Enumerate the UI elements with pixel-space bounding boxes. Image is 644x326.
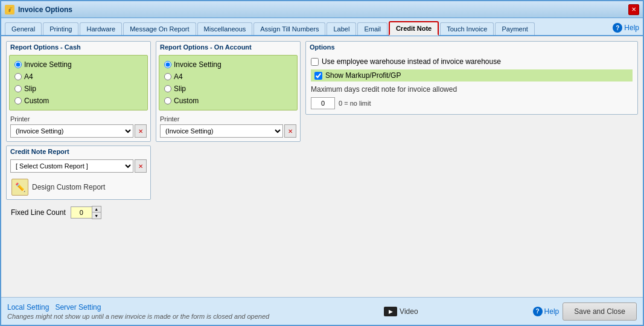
help-circle-icon-bottom: ?	[533, 307, 543, 316]
zero-note: 0 = no limit	[339, 100, 371, 107]
show-markup-label: Show Markup/Profit/GP	[325, 71, 401, 80]
report-cash-title: Report Options - Cash	[7, 42, 150, 53]
tab-touch-invoice[interactable]: Touch Invoice	[440, 22, 494, 35]
title-bar-left: 💰 Invoice Options	[5, 5, 72, 14]
tab-hardware[interactable]: Hardware	[80, 22, 122, 35]
cash-a4[interactable]: A4	[14, 72, 142, 81]
design-icon: ✏️	[11, 179, 28, 196]
oa-custom-label: Custom	[174, 97, 199, 105]
tab-credit-note[interactable]: Credit Note	[389, 21, 439, 36]
close-button[interactable]: ✕	[628, 4, 639, 15]
bottom-right: ? Help Save and Close	[533, 302, 637, 321]
fixed-line-input[interactable]	[71, 206, 92, 219]
use-employee-warehouse-label: Use employee warehouse instead of invoic…	[322, 57, 501, 66]
bottom-left: Local Setting Server Setting Changes mig…	[7, 303, 269, 320]
max-days-input[interactable]	[311, 97, 335, 109]
oa-printer-select[interactable]: (Invoice Setting)	[160, 124, 283, 138]
options-title: Options	[306, 42, 637, 53]
report-oa-options: Invoice Setting A4 Slip Custom	[159, 55, 298, 110]
select-report-row: [ Select Custom Report ] ✕	[7, 157, 150, 175]
main-content: Report Options - Cash Invoice Setting A4	[1, 36, 643, 297]
video-label: Video	[400, 307, 418, 316]
tab-message-on-report[interactable]: Message On Report	[123, 22, 196, 35]
oa-custom[interactable]: Custom	[164, 97, 292, 105]
report-oa-title: Report Options - On Account	[156, 42, 300, 53]
spinner-up-button[interactable]: ▲	[92, 206, 101, 213]
bottom-links: Local Setting Server Setting	[7, 303, 269, 312]
design-custom-report-button[interactable]: ✏️ Design Custom Report	[7, 175, 110, 199]
cash-printer-row: (Invoice Setting) ✕	[10, 124, 147, 138]
oa-printer-label: Printer	[160, 115, 296, 123]
tab-bar: General Printing Hardware Message On Rep…	[1, 18, 643, 36]
cash-printer-section: Printer (Invoice Setting) ✕	[7, 113, 150, 141]
fixed-line-section: Fixed Line Count ▲ ▼	[6, 203, 638, 222]
oa-printer-row: (Invoice Setting) ✕	[160, 124, 296, 138]
tab-assign-till-numbers[interactable]: Assign Till Numbers	[253, 22, 325, 35]
bottom-bar: Local Setting Server Setting Changes mig…	[1, 297, 643, 325]
max-days-input-row: 0 = no limit	[311, 97, 633, 109]
cash-slip-label: Slip	[24, 85, 36, 93]
server-setting-link[interactable]: Server Setting	[55, 303, 101, 312]
tab-email[interactable]: Email	[357, 22, 387, 35]
help-circle-icon: ?	[613, 23, 622, 33]
video-icon: ▶	[384, 307, 397, 316]
oa-invoice-setting[interactable]: Invoice Setting	[164, 60, 292, 69]
window-title: Invoice Options	[18, 5, 72, 14]
oa-slip-label: Slip	[174, 85, 186, 93]
cash-printer-select[interactable]: (Invoice Setting)	[10, 124, 133, 138]
cash-custom-label: Custom	[24, 97, 49, 105]
tab-label[interactable]: Label	[327, 22, 356, 35]
help-label-bottom: Help	[544, 307, 560, 316]
cash-custom[interactable]: Custom	[14, 97, 142, 105]
fixed-line-label: Fixed Line Count	[11, 208, 66, 217]
oa-radio-group: Invoice Setting A4 Slip Custom	[164, 60, 292, 105]
cash-invoice-setting[interactable]: Invoice Setting	[14, 60, 142, 69]
report-on-account-panel: Report Options - On Account Invoice Sett…	[156, 41, 301, 142]
fixed-line-spinner: ▲ ▼	[71, 206, 101, 219]
video-button[interactable]: ▶ Video	[384, 307, 418, 316]
show-markup-checkbox[interactable]	[314, 72, 322, 80]
oa-printer-section: Printer (Invoice Setting) ✕	[156, 113, 300, 141]
help-link-bottom[interactable]: ? Help	[533, 307, 560, 316]
top-row: Report Options - Cash Invoice Setting A4	[6, 41, 638, 142]
oa-a4[interactable]: A4	[164, 72, 292, 81]
select-report-clear[interactable]: ✕	[135, 159, 147, 173]
cash-a4-label: A4	[24, 72, 33, 81]
max-days-section: Maximum days credit note for invoice all…	[311, 85, 633, 94]
oa-a4-label: A4	[174, 72, 183, 81]
use-employee-warehouse-item: Use employee warehouse instead of invoic…	[311, 57, 633, 66]
cash-radio-group: Invoice Setting A4 Slip Custom	[14, 60, 142, 105]
cash-printer-clear[interactable]: ✕	[135, 124, 147, 138]
report-cash-options: Invoice Setting A4 Slip Custom	[9, 55, 148, 110]
bottom-notice: Changes might not show up until a new in…	[7, 313, 269, 320]
spinner-buttons: ▲ ▼	[92, 206, 101, 219]
report-cash-panel: Report Options - Cash Invoice Setting A4	[6, 41, 151, 142]
select-custom-report-dropdown[interactable]: [ Select Custom Report ]	[10, 159, 133, 173]
oa-invoice-setting-label: Invoice Setting	[174, 60, 222, 69]
tab-general[interactable]: General	[5, 22, 42, 35]
second-row: Credit Note Report [ Select Custom Repor…	[6, 145, 638, 200]
local-setting-link[interactable]: Local Setting	[7, 303, 49, 312]
tab-printing[interactable]: Printing	[43, 22, 78, 35]
tab-miscellaneous[interactable]: Miscellaneous	[197, 22, 253, 35]
main-window: 💰 Invoice Options ✕ General Printing Har…	[0, 0, 644, 326]
use-employee-warehouse-checkbox[interactable]	[311, 58, 319, 66]
save-and-close-button[interactable]: Save and Close	[563, 302, 637, 321]
bottom-center: ▶ Video	[384, 307, 418, 316]
spinner-down-button[interactable]: ▼	[92, 213, 101, 219]
max-days-label: Maximum days credit note for invoice all…	[311, 85, 457, 94]
show-markup-item: Show Markup/Profit/GP	[311, 69, 633, 82]
help-link-top[interactable]: ? Help	[613, 23, 639, 33]
tab-payment[interactable]: Payment	[495, 22, 534, 35]
cash-invoice-setting-label: Invoice Setting	[24, 60, 72, 69]
window-icon: 💰	[5, 5, 14, 14]
cash-printer-label: Printer	[10, 115, 147, 123]
help-label-top: Help	[624, 24, 639, 32]
design-label: Design Custom Report	[32, 183, 105, 191]
cash-slip[interactable]: Slip	[14, 85, 142, 93]
oa-printer-clear[interactable]: ✕	[284, 124, 296, 138]
oa-slip[interactable]: Slip	[164, 85, 292, 93]
options-inner: Use employee warehouse instead of invoic…	[306, 53, 637, 114]
tab-bar-right: ? Help	[613, 23, 639, 35]
credit-note-report-panel: Credit Note Report [ Select Custom Repor…	[6, 145, 151, 200]
